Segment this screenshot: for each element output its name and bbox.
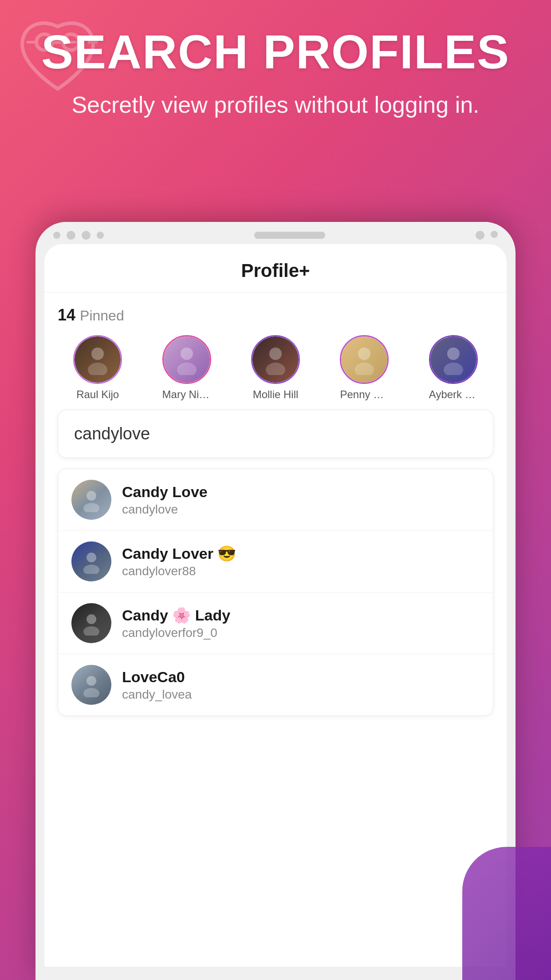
phone-dot-1 <box>53 232 60 239</box>
svg-point-2 <box>91 348 104 360</box>
svg-point-12 <box>87 491 96 501</box>
result-username-2: candylover88 <box>122 564 236 578</box>
phone-dot-6 <box>491 231 498 238</box>
svg-point-9 <box>354 363 374 375</box>
header-area: SEARCH PROFILES Secretly view profiles w… <box>0 27 551 120</box>
result-avatar-2 <box>71 541 111 581</box>
result-info-2: Candy Lover 😎 candylover88 <box>122 545 236 578</box>
phone-right-dots <box>476 231 498 240</box>
svg-point-5 <box>177 363 197 375</box>
phone-dot-4 <box>97 232 104 239</box>
avatar-photo-mollie <box>252 336 299 383</box>
svg-point-19 <box>83 688 99 697</box>
pinned-count: 14 <box>58 306 75 324</box>
avatar-name-mollie: Mollie Hill <box>253 388 299 401</box>
phone-left-dots <box>53 231 104 240</box>
result-info-1: Candy Love candylove <box>122 483 208 517</box>
result-avatar-3 <box>71 603 111 643</box>
pinned-count-row: 14 Pinned <box>58 306 493 324</box>
avatar-item-mollie[interactable]: Mollie Hill <box>236 335 315 401</box>
avatar-name-raul: Raul Kijo <box>76 388 119 401</box>
avatar-circle-ayberk <box>429 335 478 384</box>
svg-point-6 <box>269 348 282 360</box>
avatar-photo-ayberk <box>430 336 476 383</box>
result-avatar-1 <box>71 480 111 520</box>
avatar-circle-raul <box>73 335 122 384</box>
svg-point-7 <box>266 363 285 375</box>
phone-dot-5 <box>476 231 484 240</box>
pinned-label: Pinned <box>80 308 124 324</box>
phone-top-bar <box>35 222 516 244</box>
pinned-avatars-row: Raul Kijo Mary Nixon <box>58 335 493 401</box>
avatar-circle-mary <box>162 335 211 384</box>
pinned-section: 14 Pinned Raul Kijo <box>44 292 507 410</box>
phone-mockup: Profile+ 14 Pinned <box>35 222 516 980</box>
avatar-name-mary: Mary Nixon <box>162 388 211 401</box>
phone-dot-2 <box>67 231 75 240</box>
avatar-circle-penny <box>340 335 389 384</box>
result-avatar-4 <box>71 665 111 705</box>
avatar-item-ayberk[interactable]: Ayberk Has <box>413 335 493 401</box>
svg-point-3 <box>88 363 107 375</box>
search-box[interactable]: candylove <box>58 410 493 458</box>
result-info-3: Candy 🌸 Lady candyloverfor9_0 <box>122 606 230 640</box>
avatar-name-ayberk: Ayberk Has <box>429 388 478 401</box>
bottom-accent <box>462 847 551 980</box>
result-username-3: candyloverfor9_0 <box>122 626 230 640</box>
avatar-photo-penny <box>341 336 387 383</box>
result-item-4[interactable]: LoveCa0 candy_lovea <box>58 654 493 715</box>
search-query-text: candylove <box>74 424 150 443</box>
avatar-photo-raul <box>75 336 121 383</box>
svg-point-15 <box>83 565 99 574</box>
svg-point-17 <box>83 626 99 636</box>
result-name-2: Candy Lover 😎 <box>122 545 236 562</box>
phone-dot-3 <box>82 231 91 240</box>
results-list: Candy Love candylove Candy Lover 😎 candy… <box>58 469 493 716</box>
svg-point-10 <box>447 348 460 360</box>
page-title: SEARCH PROFILES <box>35 27 516 77</box>
result-item-2[interactable]: Candy Lover 😎 candylover88 <box>58 531 493 593</box>
result-name-4: LoveCa0 <box>122 668 192 686</box>
page-subtitle: Secretly view profiles without logging i… <box>35 90 516 120</box>
result-name-1: Candy Love <box>122 483 208 501</box>
result-item-1[interactable]: Candy Love candylove <box>58 469 493 531</box>
result-username-4: candy_lovea <box>122 688 192 702</box>
phone-notch <box>254 232 325 239</box>
phone-screen: Profile+ 14 Pinned <box>44 244 507 967</box>
result-item-3[interactable]: Candy 🌸 Lady candyloverfor9_0 <box>58 593 493 654</box>
app-title: Profile+ <box>241 260 310 281</box>
avatar-item-penny[interactable]: Penny Kilgore <box>324 335 404 401</box>
avatar-photo-mary <box>164 336 210 383</box>
avatar-name-penny: Penny Kilgore <box>340 388 389 401</box>
avatar-item-mary[interactable]: Mary Nixon <box>146 335 226 401</box>
svg-point-14 <box>87 553 96 562</box>
avatar-circle-mollie <box>251 335 300 384</box>
svg-point-13 <box>83 503 99 512</box>
svg-point-4 <box>181 348 193 360</box>
avatar-item-raul[interactable]: Raul Kijo <box>58 335 138 401</box>
result-info-4: LoveCa0 candy_lovea <box>122 668 192 702</box>
result-username-1: candylove <box>122 502 208 517</box>
svg-point-11 <box>444 363 463 375</box>
app-header: Profile+ <box>44 244 507 292</box>
svg-point-16 <box>87 614 96 624</box>
svg-point-18 <box>87 676 96 686</box>
result-name-3: Candy 🌸 Lady <box>122 606 230 624</box>
svg-point-8 <box>358 348 370 360</box>
